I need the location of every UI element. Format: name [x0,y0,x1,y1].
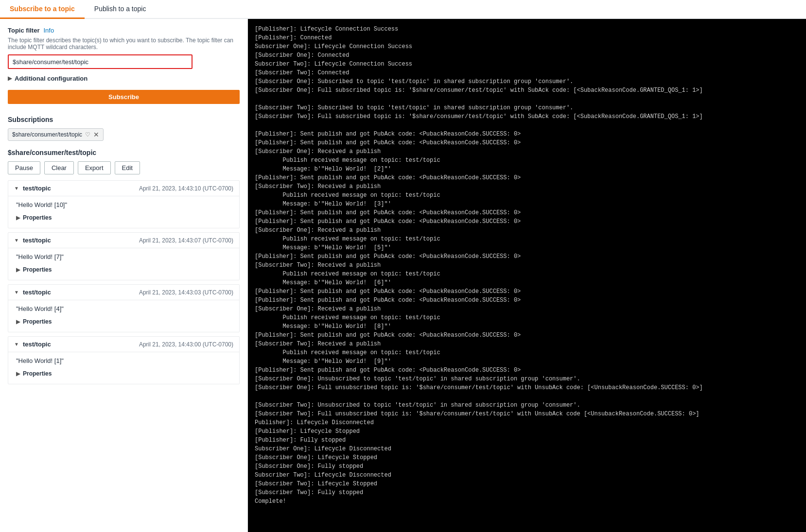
message-list: ▼ test/topic April 21, 2023, 14:43:10 (U… [8,180,240,388]
additional-config-section: ▶ Additional configuration [8,75,240,82]
tab-subscribe[interactable]: Subscribe to a topic [0,0,85,19]
topic-actions: Pause Clear Export Edit [8,161,240,174]
topic-messages-header: $share/consumer/test/topic [8,149,240,156]
heart-icon: ♡ [85,131,90,138]
left-panel: Topic filter Info The topic filter descr… [0,19,248,532]
message-time: April 21, 2023, 14:43:10 (UTC-0700) [139,185,233,192]
close-subscription-icon[interactable]: ✕ [93,131,99,138]
message-header[interactable]: ▼ test/topic April 21, 2023, 14:43:00 (U… [8,337,239,352]
message-content: "Hello World! [7]" [16,253,231,260]
clear-button[interactable]: Clear [44,161,74,174]
pause-button[interactable]: Pause [8,161,40,174]
subscriptions-header: Subscriptions [8,116,240,123]
message-content: "Hello World! [1]" [16,357,231,364]
message-item: ▼ test/topic April 21, 2023, 14:43:10 (U… [8,180,240,228]
properties-toggle[interactable]: ▶ Properties [16,212,231,223]
message-header[interactable]: ▼ test/topic April 21, 2023, 14:43:03 (U… [8,285,239,300]
message-content: "Hello World! [4]" [16,305,231,312]
properties-label: Properties [23,370,52,377]
properties-chevron: ▶ [16,215,20,221]
properties-chevron: ▶ [16,267,20,273]
message-expand-icon: ▼ [14,238,19,243]
message-body: "Hello World! [10]" ▶ Properties [8,196,239,228]
tabs-bar: Subscribe to a topic Publish to a topic [0,0,806,19]
message-expand-icon: ▼ [14,290,19,295]
properties-toggle[interactable]: ▶ Properties [16,368,231,379]
message-content: "Hello World! [10]" [16,201,231,208]
message-item: ▼ test/topic April 21, 2023, 14:43:00 (U… [8,336,240,384]
main-layout: Topic filter Info The topic filter descr… [0,19,806,532]
topic-filter-label: Topic filter [8,27,39,34]
properties-toggle[interactable]: ▶ Properties [16,264,231,275]
additional-config-toggle[interactable]: ▶ Additional configuration [8,75,240,82]
message-body: "Hello World! [7]" ▶ Properties [8,248,239,280]
message-item: ▼ test/topic April 21, 2023, 14:43:07 (U… [8,232,240,280]
properties-toggle[interactable]: ▶ Properties [16,316,231,327]
message-header[interactable]: ▼ test/topic April 21, 2023, 14:43:07 (U… [8,233,239,248]
properties-label: Properties [23,318,52,325]
message-expand-icon: ▼ [14,342,19,347]
subscription-tag: $share/consumer/test/topic ♡ ✕ [8,128,104,141]
topic-filter-desc: The topic filter describes the topic(s) … [8,37,240,51]
message-body: "Hello World! [1]" ▶ Properties [8,352,239,384]
subscriptions-section: Subscriptions $share/consumer/test/topic… [8,116,240,149]
message-topic: test/topic [23,185,51,192]
properties-label: Properties [23,266,52,273]
properties-label: Properties [23,214,52,221]
message-time: April 21, 2023, 14:43:00 (UTC-0700) [139,341,233,348]
edit-button[interactable]: Edit [115,161,140,174]
export-button[interactable]: Export [78,161,111,174]
message-time: April 21, 2023, 14:43:03 (UTC-0700) [139,289,233,296]
properties-chevron: ▶ [16,371,20,377]
topic-filter-input[interactable] [8,54,193,69]
terminal-panel: [Publisher]: Lifecycle Connection Succes… [248,19,806,532]
message-topic: test/topic [23,341,51,348]
message-topic: test/topic [23,237,51,244]
properties-chevron: ▶ [16,319,20,325]
additional-config-chevron: ▶ [8,75,12,82]
message-topic: test/topic [23,289,51,296]
subscription-tag-label: $share/consumer/test/topic [12,131,82,138]
info-link[interactable]: Info [43,27,54,34]
tab-publish[interactable]: Publish to a topic [85,0,156,19]
subscribe-button[interactable]: Subscribe [8,90,240,104]
additional-config-label: Additional configuration [15,75,88,82]
message-item: ▼ test/topic April 21, 2023, 14:43:03 (U… [8,284,240,332]
message-header[interactable]: ▼ test/topic April 21, 2023, 14:43:10 (U… [8,181,239,196]
message-expand-icon: ▼ [14,186,19,191]
message-body: "Hello World! [4]" ▶ Properties [8,300,239,332]
message-time: April 21, 2023, 14:43:07 (UTC-0700) [139,237,233,244]
